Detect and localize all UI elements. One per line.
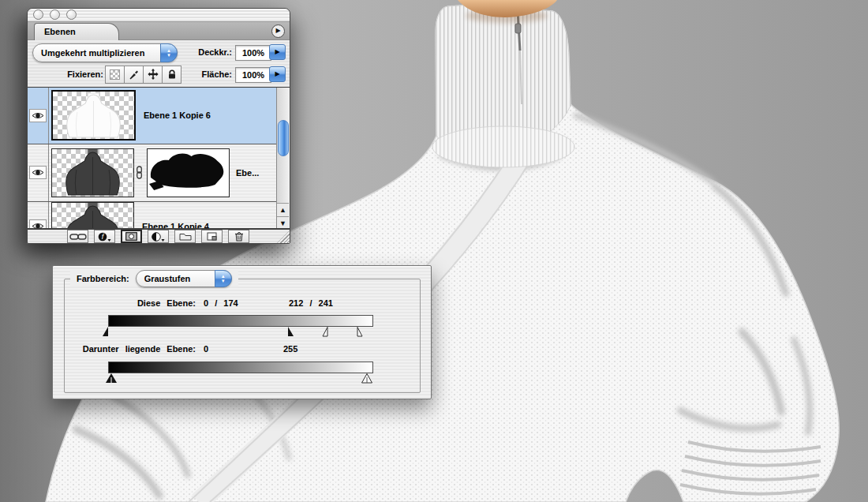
- zoom-button[interactable]: [66, 9, 77, 20]
- blend-mode-select[interactable]: Umgekehrt multiplizieren ▲▼: [32, 43, 178, 62]
- palette-controls: Umgekehrt multiplizieren ▲▼ Deckkr.: ▶ F…: [28, 40, 290, 87]
- underlying-white-handle[interactable]: [361, 373, 373, 384]
- adjustment-layer-button[interactable]: [148, 230, 169, 243]
- opacity-label: Deckkr.:: [181, 47, 232, 57]
- delete-layer-button[interactable]: [228, 230, 249, 243]
- scrollbar-thumb[interactable]: [278, 120, 289, 156]
- white-sweater-thumb: [53, 92, 134, 139]
- transparency-checker-icon: [110, 69, 120, 80]
- scroll-down-button[interactable]: ▼: [277, 216, 289, 229]
- lock-icon: [167, 69, 177, 80]
- layers-palette-window: Ebenen ▶ Umgekehrt multiplizieren ▲▼ Dec…: [27, 8, 290, 244]
- layer-mask-thumbnail[interactable]: [147, 148, 230, 197]
- blend-range-label: Farbbereich:: [77, 274, 129, 283]
- visibility-cell[interactable]: [28, 202, 49, 229]
- this-layer-black-left-handle[interactable]: [102, 326, 114, 337]
- layer-name[interactable]: Ebene 1 Kopie 4: [142, 222, 209, 229]
- this-layer-label: Diese Ebene:: [100, 298, 196, 308]
- layer-list: Ebene 1 Kopie 6: [28, 87, 290, 229]
- eye-toggle[interactable]: [29, 166, 47, 179]
- blend-range-header: Farbbereich: Graustufen ▲▼: [70, 270, 238, 287]
- move-icon: [148, 69, 159, 80]
- close-button[interactable]: [33, 9, 43, 20]
- arrow-right-icon: ▶: [275, 48, 279, 55]
- palette-tabstrip: Ebenen ▶: [28, 22, 290, 40]
- tab-ebenen[interactable]: Ebenen: [34, 23, 119, 40]
- photoshop-workspace: Ebenen ▶ Umgekehrt multiplizieren ▲▼ Dec…: [0, 0, 868, 502]
- layer-style-button[interactable]: f: [94, 230, 115, 243]
- brush-icon: [129, 69, 139, 80]
- tab-label: Ebenen: [44, 27, 76, 36]
- chain-icon: [69, 233, 87, 241]
- dark-sweater-thumb: [52, 203, 133, 229]
- blend-mode-value: Umgekehrt multiplizieren: [33, 48, 160, 58]
- layer-row-with-mask[interactable]: Ebe...: [28, 144, 276, 202]
- minimize-button[interactable]: [50, 9, 60, 20]
- this-layer-white-values: 212 / 241: [289, 298, 333, 308]
- underlying-layer-label: Darunter liegende Ebene:: [69, 344, 196, 354]
- link-mask-icon[interactable]: [136, 166, 143, 179]
- underlying-black-handle[interactable]: [105, 373, 118, 384]
- this-layer-white-right-handle[interactable]: [351, 326, 364, 337]
- trash-icon: [234, 231, 244, 242]
- channel-value: Graustufen: [137, 274, 215, 283]
- fill-slider-button[interactable]: ▶: [269, 66, 286, 82]
- underlying-black-value: 0: [204, 344, 208, 354]
- underlying-gradient-bar: [108, 362, 373, 373]
- visibility-cell[interactable]: [28, 144, 49, 201]
- scroll-down-icon: ▼: [279, 219, 286, 227]
- this-layer-black-values: 0 / 174: [204, 298, 238, 308]
- lock-button-group: [106, 66, 181, 84]
- layer-thumbnail[interactable]: [51, 202, 134, 229]
- dark-sweater-thumb: [52, 149, 133, 197]
- layer-row-ebene-1-kopie-4[interactable]: Ebene 1 Kopie 4: [28, 202, 276, 229]
- folder-icon: [179, 232, 192, 241]
- new-layer-set-button[interactable]: [174, 230, 196, 243]
- opacity-slider-button[interactable]: ▶: [269, 44, 286, 60]
- new-layer-button[interactable]: [201, 230, 223, 243]
- resize-grip[interactable]: [277, 230, 290, 243]
- eye-icon: [32, 111, 44, 120]
- palette-bottom-bar: f: [28, 229, 290, 243]
- blend-if-dialog: Farbbereich: Graustufen ▲▼ Diese Ebene: …: [52, 265, 432, 399]
- stepper-icon: ▲▼: [160, 43, 178, 62]
- layer-thumbnail[interactable]: [51, 148, 134, 197]
- menu-arrow-icon: ▶: [275, 28, 280, 34]
- eye-icon: [32, 168, 44, 177]
- eye-toggle[interactable]: [29, 219, 47, 229]
- opacity-field[interactable]: [235, 45, 271, 61]
- layer-mask-icon: [125, 232, 137, 241]
- scroll-up-button[interactable]: ▲: [277, 203, 289, 217]
- mask-blob: [148, 149, 229, 197]
- layer-row-ebene-1-kopie-6[interactable]: Ebene 1 Kopie 6: [28, 88, 276, 144]
- palette-menu-button[interactable]: ▶: [271, 24, 285, 38]
- eye-toggle[interactable]: [29, 109, 47, 122]
- new-layer-icon: [207, 232, 217, 241]
- scroll-up-icon: ▲: [279, 206, 286, 214]
- link-layers-button[interactable]: [67, 230, 88, 243]
- layer-thumbnail[interactable]: [51, 90, 136, 140]
- this-layer-black-right-handle[interactable]: [282, 326, 294, 337]
- lock-pixels-button[interactable]: [124, 66, 144, 84]
- lock-all-button[interactable]: [162, 66, 181, 84]
- this-layer-white-left-handle[interactable]: [321, 326, 334, 337]
- visibility-cell[interactable]: [28, 88, 49, 144]
- palette-titlebar[interactable]: [28, 9, 290, 22]
- add-layer-mask-button[interactable]: [121, 230, 142, 243]
- layer-name[interactable]: Ebe...: [236, 168, 259, 178]
- layer-style-fx-icon: f: [98, 232, 111, 242]
- this-layer-gradient-bar: [108, 315, 373, 327]
- layer-list-scrollbar[interactable]: ▲ ▼: [276, 88, 290, 229]
- arrow-right-icon: ▶: [275, 70, 279, 77]
- lock-transparency-button[interactable]: [105, 66, 125, 84]
- underlying-white-value: 255: [283, 344, 297, 354]
- lock-position-button[interactable]: [143, 66, 163, 84]
- fill-field[interactable]: [235, 67, 271, 83]
- fill-label: Fläche:: [188, 69, 232, 79]
- stepper-icon: ▲▼: [215, 270, 232, 287]
- lock-label: Fixieren:: [58, 69, 103, 79]
- adjustment-half-circle-icon: [152, 232, 165, 242]
- eye-icon: [32, 222, 44, 229]
- channel-select[interactable]: Graustufen ▲▼: [136, 270, 232, 287]
- layer-name[interactable]: Ebene 1 Kopie 6: [144, 111, 211, 120]
